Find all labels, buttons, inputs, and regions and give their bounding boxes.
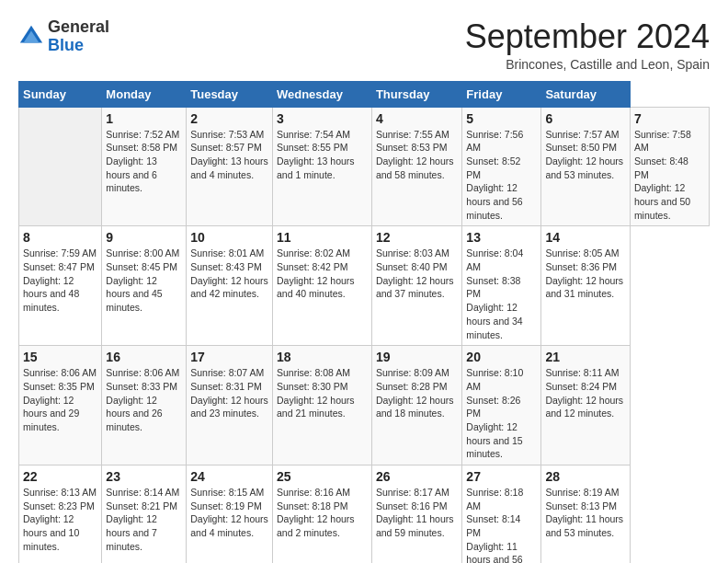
day-cell: 6Sunrise: 7:57 AMSunset: 8:50 PMDaylight… [541, 107, 630, 226]
day-cell: 26Sunrise: 8:17 AMSunset: 8:16 PMDayligh… [371, 465, 461, 563]
day-number: 2 [190, 111, 268, 126]
day-number: 15 [23, 350, 97, 364]
day-number: 5 [466, 111, 537, 126]
day-info: Sunrise: 8:07 AMSunset: 8:31 PMDaylight:… [190, 366, 268, 420]
day-number: 23 [106, 469, 182, 484]
day-number: 11 [277, 230, 368, 245]
day-cell: 9Sunrise: 8:00 AMSunset: 8:45 PMDaylight… [102, 226, 187, 346]
day-cell: 10Sunrise: 8:01 AMSunset: 8:43 PMDayligh… [187, 226, 273, 346]
day-cell: 17Sunrise: 8:07 AMSunset: 8:31 PMDayligh… [187, 346, 273, 465]
day-number: 13 [466, 230, 537, 245]
header-cell-thursday: Thursday [371, 81, 461, 107]
day-cell: 5Sunrise: 7:56 AMSunset: 8:52 PMDaylight… [462, 107, 541, 226]
day-cell: 15Sunrise: 8:06 AMSunset: 8:35 PMDayligh… [19, 346, 102, 465]
day-number: 17 [190, 350, 268, 364]
day-info: Sunrise: 8:06 AMSunset: 8:35 PMDaylight:… [23, 366, 97, 433]
day-number: 25 [277, 469, 368, 484]
day-cell: 12Sunrise: 8:03 AMSunset: 8:40 PMDayligh… [371, 226, 461, 346]
day-number: 16 [106, 350, 182, 364]
logo-text: General Blue [48, 18, 109, 55]
day-cell: 11Sunrise: 8:02 AMSunset: 8:42 PMDayligh… [272, 226, 371, 346]
day-cell: 23Sunrise: 8:14 AMSunset: 8:21 PMDayligh… [102, 465, 187, 563]
header-cell-monday: Monday [102, 81, 187, 107]
day-cell: 8Sunrise: 7:59 AMSunset: 8:47 PMDaylight… [19, 226, 102, 346]
calendar-table: SundayMondayTuesdayWednesdayThursdayFrid… [18, 81, 710, 563]
day-info: Sunrise: 8:18 AMSunset: 8:14 PMDaylight:… [466, 486, 537, 563]
day-info: Sunrise: 7:57 AMSunset: 8:50 PMDaylight:… [545, 128, 625, 182]
day-number: 6 [545, 111, 625, 126]
day-info: Sunrise: 7:59 AMSunset: 8:47 PMDaylight:… [23, 247, 97, 314]
day-info: Sunrise: 8:16 AMSunset: 8:18 PMDaylight:… [277, 486, 368, 540]
day-number: 18 [277, 350, 368, 364]
day-number: 10 [190, 230, 268, 245]
day-cell: 25Sunrise: 8:16 AMSunset: 8:18 PMDayligh… [272, 465, 371, 563]
week-row-2: 8Sunrise: 7:59 AMSunset: 8:47 PMDaylight… [19, 226, 710, 346]
week-row-3: 15Sunrise: 8:06 AMSunset: 8:35 PMDayligh… [19, 346, 710, 465]
day-info: Sunrise: 8:00 AMSunset: 8:45 PMDaylight:… [106, 247, 182, 314]
day-info: Sunrise: 8:10 AMSunset: 8:26 PMDaylight:… [466, 366, 537, 461]
header-cell-wednesday: Wednesday [272, 81, 371, 107]
day-cell: 27Sunrise: 8:18 AMSunset: 8:14 PMDayligh… [462, 465, 541, 563]
day-cell: 4Sunrise: 7:55 AMSunset: 8:53 PMDaylight… [371, 107, 461, 226]
day-info: Sunrise: 8:08 AMSunset: 8:30 PMDaylight:… [277, 366, 368, 420]
header-cell-tuesday: Tuesday [187, 81, 273, 107]
day-number: 26 [376, 469, 458, 484]
day-info: Sunrise: 8:09 AMSunset: 8:28 PMDaylight:… [376, 366, 458, 420]
header: General Blue September 2024 Brincones, C… [18, 18, 710, 72]
day-info: Sunrise: 7:53 AMSunset: 8:57 PMDaylight:… [190, 128, 268, 182]
day-info: Sunrise: 8:17 AMSunset: 8:16 PMDaylight:… [376, 486, 458, 540]
day-cell: 3Sunrise: 7:54 AMSunset: 8:55 PMDaylight… [272, 107, 371, 226]
day-info: Sunrise: 8:03 AMSunset: 8:40 PMDaylight:… [376, 247, 458, 301]
day-info: Sunrise: 8:01 AMSunset: 8:43 PMDaylight:… [190, 247, 268, 301]
day-info: Sunrise: 8:15 AMSunset: 8:19 PMDaylight:… [190, 486, 268, 540]
day-info: Sunrise: 7:56 AMSunset: 8:52 PMDaylight:… [466, 128, 537, 223]
day-cell: 7Sunrise: 7:58 AMSunset: 8:48 PMDaylight… [630, 107, 709, 226]
day-info: Sunrise: 7:55 AMSunset: 8:53 PMDaylight:… [376, 128, 458, 182]
day-cell: 24Sunrise: 8:15 AMSunset: 8:19 PMDayligh… [187, 465, 273, 563]
day-info: Sunrise: 8:11 AMSunset: 8:24 PMDaylight:… [545, 366, 625, 420]
day-number: 14 [545, 230, 625, 245]
day-info: Sunrise: 7:54 AMSunset: 8:55 PMDaylight:… [277, 128, 368, 182]
day-cell: 2Sunrise: 7:53 AMSunset: 8:57 PMDaylight… [187, 107, 273, 226]
day-info: Sunrise: 7:52 AMSunset: 8:58 PMDaylight:… [106, 128, 182, 195]
day-number: 8 [23, 230, 97, 245]
header-cell-saturday: Saturday [541, 81, 630, 107]
header-row: SundayMondayTuesdayWednesdayThursdayFrid… [19, 81, 710, 107]
header-cell-sunday: Sunday [19, 81, 102, 107]
day-info: Sunrise: 8:05 AMSunset: 8:36 PMDaylight:… [545, 247, 625, 301]
week-row-4: 22Sunrise: 8:13 AMSunset: 8:23 PMDayligh… [19, 465, 710, 563]
day-number: 20 [466, 350, 537, 364]
day-cell: 19Sunrise: 8:09 AMSunset: 8:28 PMDayligh… [371, 346, 461, 465]
logo-icon [18, 24, 44, 50]
day-cell: 13Sunrise: 8:04 AMSunset: 8:38 PMDayligh… [462, 226, 541, 346]
day-cell: 22Sunrise: 8:13 AMSunset: 8:23 PMDayligh… [19, 465, 102, 563]
day-number: 22 [23, 469, 97, 484]
day-cell [19, 107, 102, 226]
day-info: Sunrise: 8:02 AMSunset: 8:42 PMDaylight:… [277, 247, 368, 301]
logo-general: General [48, 17, 109, 36]
day-cell: 28Sunrise: 8:19 AMSunset: 8:13 PMDayligh… [541, 465, 630, 563]
day-number: 1 [106, 111, 182, 126]
logo: General Blue [18, 18, 109, 55]
logo-blue: Blue [48, 36, 84, 54]
day-cell: 1Sunrise: 7:52 AMSunset: 8:58 PMDaylight… [102, 107, 187, 226]
day-number: 12 [376, 230, 458, 245]
day-number: 3 [277, 111, 368, 126]
header-cell-friday: Friday [462, 81, 541, 107]
day-info: Sunrise: 8:04 AMSunset: 8:38 PMDaylight:… [466, 247, 537, 341]
day-number: 21 [545, 350, 625, 364]
day-number: 19 [376, 350, 458, 364]
day-number: 4 [376, 111, 458, 126]
subtitle: Brincones, Castille and Leon, Spain [465, 57, 710, 72]
day-info: Sunrise: 7:58 AMSunset: 8:48 PMDaylight:… [634, 128, 705, 223]
week-row-1: 1Sunrise: 7:52 AMSunset: 8:58 PMDaylight… [19, 107, 710, 226]
day-number: 9 [106, 230, 182, 245]
day-info: Sunrise: 8:19 AMSunset: 8:13 PMDaylight:… [545, 486, 625, 540]
day-number: 7 [634, 111, 705, 126]
day-info: Sunrise: 8:14 AMSunset: 8:21 PMDaylight:… [106, 486, 182, 553]
title-area: September 2024 Brincones, Castille and L… [465, 18, 710, 72]
day-cell: 16Sunrise: 8:06 AMSunset: 8:33 PMDayligh… [102, 346, 187, 465]
main-title: September 2024 [465, 18, 710, 55]
day-cell: 18Sunrise: 8:08 AMSunset: 8:30 PMDayligh… [272, 346, 371, 465]
day-info: Sunrise: 8:06 AMSunset: 8:33 PMDaylight:… [106, 366, 182, 433]
